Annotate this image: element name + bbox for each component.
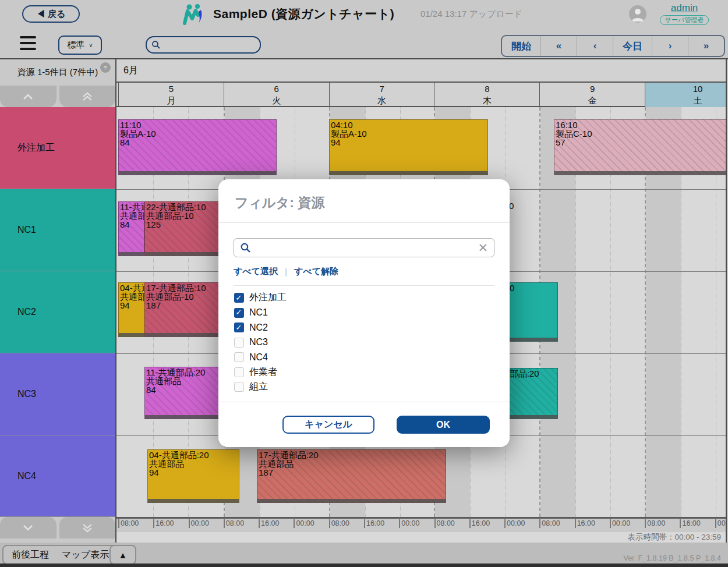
toolbar-search-input[interactable] bbox=[161, 40, 248, 49]
time-tick-label: 16:00 bbox=[680, 519, 700, 528]
resource-count-label: 資源 1-5件目 (7件中) bbox=[0, 59, 115, 86]
gantt-bar[interactable]: 16:10製品C-1057 bbox=[554, 119, 727, 175]
filter-item-label: 作業者 bbox=[249, 366, 277, 378]
time-tick-label: 16:00 bbox=[153, 519, 174, 528]
user-role-badge: サーバ管理者 bbox=[660, 15, 709, 25]
chevron-up-icon bbox=[23, 93, 33, 100]
map-view-button[interactable]: マップ表示 bbox=[62, 549, 109, 561]
cancel-button[interactable]: キャンセル bbox=[282, 416, 374, 434]
time-tick-label: 08:00 bbox=[434, 519, 455, 528]
time-tick-label: 16:00 bbox=[469, 519, 490, 528]
nav-button-1[interactable]: « bbox=[540, 36, 577, 56]
time-tick-label: 00:00 bbox=[399, 519, 419, 528]
bar-label-fragment: 0 bbox=[509, 201, 514, 211]
checkbox-unchecked[interactable] bbox=[234, 338, 244, 348]
checkbox-unchecked[interactable] bbox=[234, 382, 244, 392]
user-avatar[interactable] bbox=[629, 5, 646, 23]
nav-button-0[interactable]: 開始 bbox=[502, 36, 540, 56]
checkbox-unchecked[interactable] bbox=[234, 352, 244, 362]
resource-row-NC1[interactable]: NC1 bbox=[0, 189, 115, 271]
gantt-bar[interactable]: 11-共通部品:10共通部品84 bbox=[118, 201, 144, 256]
upload-status: 01/24 13:17 アップロード bbox=[420, 9, 522, 20]
resource-row-NC3[interactable]: NC3 bbox=[0, 353, 115, 435]
checkbox-unchecked[interactable] bbox=[234, 367, 244, 377]
time-tick-label: 08:00 bbox=[118, 519, 139, 528]
time-tick-label: 00:00 bbox=[610, 519, 630, 528]
filter-item-NC3[interactable]: NC3 bbox=[234, 335, 494, 350]
gantt-bar[interactable]: 04:10製品A-1094 bbox=[329, 119, 488, 175]
checkbox-checked[interactable] bbox=[234, 293, 244, 303]
gantt-bar[interactable]: 11:10製品A-1084 bbox=[118, 119, 277, 175]
menu-icon[interactable] bbox=[20, 36, 36, 50]
page-title: SampleD (資源ガントチャート) bbox=[213, 6, 394, 22]
search-icon bbox=[151, 40, 161, 49]
checkbox-checked[interactable] bbox=[234, 308, 244, 318]
resource-filter-list: 外注加工NC1NC2NC3NC4作業者組立 bbox=[234, 286, 494, 395]
nav-button-3[interactable]: 今日 bbox=[613, 36, 652, 56]
time-tick-label: 00:00 bbox=[294, 519, 314, 528]
back-button[interactable]: ◀ 戻る bbox=[22, 5, 80, 23]
time-tick-label: 00:00 bbox=[715, 519, 726, 528]
filter-item-label: 組立 bbox=[249, 381, 268, 393]
filter-item-作業者[interactable]: 作業者 bbox=[234, 365, 494, 380]
time-tick-label: 08:00 bbox=[329, 519, 349, 528]
visible-time-range-label: 表示時間帯：00:00 - 23:59 bbox=[627, 532, 721, 543]
scroll-up-fast-button[interactable] bbox=[59, 86, 116, 107]
day-header-8[interactable]: 8木 bbox=[434, 83, 539, 107]
time-tick-label: 08:00 bbox=[539, 519, 560, 528]
time-tick-label: 00:00 bbox=[504, 519, 525, 528]
resource-row-外注加工[interactable]: 外注加工 bbox=[0, 107, 115, 189]
select-all-link[interactable]: すべて選択 bbox=[234, 266, 278, 277]
nav-button-4[interactable]: › bbox=[652, 36, 688, 56]
link-divider: | bbox=[285, 267, 287, 277]
sidebar-menu-icon[interactable]: ≡ bbox=[100, 62, 111, 73]
gantt-bar[interactable]: 04-共通部品:10共通部品94 bbox=[118, 282, 146, 337]
time-tick-label: 08:00 bbox=[224, 519, 244, 528]
chevron-down-icon: ∨ bbox=[89, 42, 93, 48]
ok-button[interactable]: OK bbox=[397, 416, 490, 434]
time-tick-label: 16:00 bbox=[575, 519, 595, 528]
filter-item-NC4[interactable]: NC4 bbox=[234, 350, 494, 365]
resource-row-list: 外注加工NC1NC2NC3NC4 bbox=[0, 107, 115, 517]
toolbar-search[interactable] bbox=[146, 36, 261, 54]
day-header-6[interactable]: 6火 bbox=[224, 83, 329, 107]
resource-row-NC2[interactable]: NC2 bbox=[0, 271, 115, 353]
resource-sidebar: 資源 1-5件目 (7件中) ≡ 外注加工NC1NC2NC3NC4 bbox=[0, 59, 116, 544]
dialog-title: フィルタ: 資源 bbox=[218, 179, 510, 222]
search-icon bbox=[240, 242, 251, 253]
filter-item-外注加工[interactable]: 外注加工 bbox=[234, 290, 494, 306]
filter-item-組立[interactable]: 組立 bbox=[234, 380, 494, 395]
filter-item-NC1[interactable]: NC1 bbox=[234, 306, 494, 321]
nav-button-2[interactable]: ‹ bbox=[577, 36, 613, 56]
collapse-footer-button[interactable]: ▲ bbox=[109, 545, 136, 565]
day-header-5[interactable]: 5月 bbox=[118, 83, 224, 107]
clear-all-link[interactable]: すべて解除 bbox=[294, 266, 338, 277]
scroll-up-button[interactable] bbox=[0, 86, 56, 107]
filter-item-label: NC1 bbox=[249, 307, 268, 318]
filter-item-NC2[interactable]: NC2 bbox=[234, 320, 494, 335]
time-tick-label: 08:00 bbox=[645, 519, 665, 528]
prev-next-process-button[interactable]: 前後工程 bbox=[12, 549, 49, 561]
double-chevron-down-icon bbox=[82, 523, 93, 533]
filter-search-input[interactable] bbox=[256, 243, 478, 253]
time-tick-label: 16:00 bbox=[364, 519, 384, 528]
username-link[interactable]: admin bbox=[671, 2, 698, 14]
gantt-bar[interactable]: 17-共通部品:20共通部品187 bbox=[257, 449, 446, 503]
scroll-down-button[interactable] bbox=[0, 517, 56, 538]
filter-search-box[interactable]: ✕ bbox=[234, 238, 494, 257]
clear-search-icon[interactable]: ✕ bbox=[478, 242, 488, 254]
gantt-bar[interactable]: 04-共通部品:20共通部品94 bbox=[147, 449, 239, 503]
gantt-bar[interactable]: 0 bbox=[508, 282, 558, 342]
preset-select[interactable]: 標準 ∨ bbox=[58, 36, 102, 55]
checkbox-checked[interactable] bbox=[234, 323, 244, 332]
day-header-9[interactable]: 9金 bbox=[539, 83, 645, 107]
chevron-down-icon bbox=[23, 525, 33, 531]
toolbar: 標準 ∨ 開始«‹今日›» bbox=[0, 28, 728, 58]
day-header-7[interactable]: 7水 bbox=[329, 83, 434, 107]
month-label: 6月 bbox=[116, 59, 726, 83]
filter-item-label: 外注加工 bbox=[249, 292, 287, 304]
nav-button-5[interactable]: » bbox=[688, 36, 724, 56]
resource-row-NC4[interactable]: NC4 bbox=[0, 435, 115, 517]
scroll-down-fast-button[interactable] bbox=[59, 517, 116, 538]
day-header-10[interactable]: 10土 bbox=[645, 83, 727, 107]
